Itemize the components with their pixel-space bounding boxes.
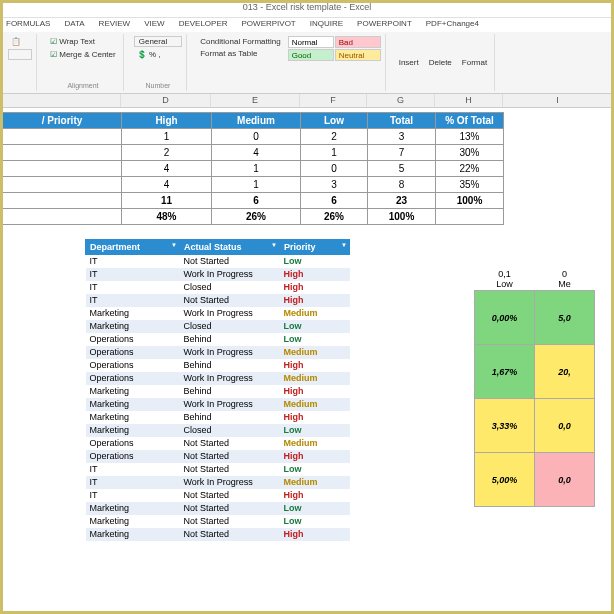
cell-status[interactable]: Not Started [180,255,280,268]
table-row[interactable]: ITWork In ProgressMedium [86,476,350,489]
tab-powerpivot[interactable]: POWERPIVOT [240,18,298,32]
col-header-i[interactable]: I [503,94,613,107]
table-row[interactable]: MarketingWork In ProgressMedium [86,398,350,411]
table-row[interactable]: OperationsWork In ProgressMedium [86,346,350,359]
cell-priority[interactable]: High [280,385,350,398]
col-header-d[interactable]: D [121,94,211,107]
table-row[interactable]: OperationsBehindLow [86,333,350,346]
delete-button[interactable]: Delete [426,36,455,89]
cell-priority[interactable]: Medium [280,476,350,489]
font-box[interactable] [8,49,32,60]
heatmap-col-0[interactable]: 0,1Low [475,268,535,291]
conditional-formatting-button[interactable]: Conditional Formatting [197,36,283,47]
cell-department[interactable]: IT [86,255,180,268]
cell-status[interactable]: Behind [180,411,280,424]
heatmap-cell[interactable]: 0,0 [535,453,595,507]
table-row[interactable]: 241730% [3,145,504,161]
summary-header-total[interactable]: Total [368,113,436,129]
style-good[interactable]: Good [288,49,334,61]
heatmap-cell[interactable]: 1,67% [475,345,535,399]
detail-header-priority[interactable]: Priority [280,240,350,255]
cell-styles-gallery[interactable]: Normal Bad Good Neutral [288,36,381,89]
table-row[interactable]: MarketingNot StartedLow [86,515,350,528]
cell-department[interactable]: Marketing [86,385,180,398]
tab-inquire[interactable]: INQUIRE [308,18,345,32]
cell-status[interactable]: Not Started [180,502,280,515]
cell-status[interactable]: Closed [180,424,280,437]
table-row[interactable]: 102313% [3,129,504,145]
col-header-h[interactable]: H [435,94,503,107]
merge-center-button[interactable]: Merge & Center [47,49,118,60]
cell-priority[interactable]: Medium [280,346,350,359]
cell-department[interactable]: Operations [86,437,180,450]
cell-status[interactable]: Work In Progress [180,476,280,489]
cell-priority[interactable]: Low [280,255,350,268]
cell-priority[interactable]: High [280,294,350,307]
cell-priority[interactable]: Low [280,424,350,437]
number-format-dropdown[interactable]: General [134,36,182,47]
cell-priority[interactable]: Low [280,320,350,333]
cell-department[interactable]: Marketing [86,515,180,528]
format-as-table-button[interactable]: Format as Table [197,48,283,59]
paste-icon[interactable]: 📋 [8,36,32,47]
table-row[interactable]: MarketingWork In ProgressMedium [86,307,350,320]
summary-header-priority[interactable]: / Priority [3,113,122,129]
cell-priority[interactable]: Low [280,502,350,515]
table-row[interactable]: OperationsBehindHigh [86,359,350,372]
table-row[interactable]: 410522% [3,161,504,177]
cell-status[interactable]: Not Started [180,489,280,502]
worksheet-area[interactable]: / Priority High Medium Low Total % Of To… [0,108,614,614]
cell-status[interactable]: Work In Progress [180,372,280,385]
cell-status[interactable]: Not Started [180,463,280,476]
heatmap-cell[interactable]: 0,0 [535,399,595,453]
wrap-text-button[interactable]: Wrap Text [47,36,118,47]
cell-priority[interactable]: Low [280,515,350,528]
summary-header-medium[interactable]: Medium [212,113,301,129]
table-row-percent[interactable]: 48%26%26%100% [3,209,504,225]
cell-status[interactable]: Behind [180,385,280,398]
table-row[interactable]: OperationsNot StartedMedium [86,437,350,450]
cell-status[interactable]: Work In Progress [180,307,280,320]
cell-status[interactable]: Not Started [180,450,280,463]
cell-department[interactable]: IT [86,489,180,502]
cell-department[interactable]: Marketing [86,424,180,437]
heatmap-cell[interactable]: 5,00% [475,453,535,507]
cell-department[interactable]: IT [86,281,180,294]
tab-view[interactable]: VIEW [142,18,166,32]
table-row[interactable]: MarketingClosedLow [86,424,350,437]
heatmap-cell[interactable]: 0,00% [475,291,535,345]
cell-status[interactable]: Not Started [180,515,280,528]
cell-status[interactable]: Work In Progress [180,398,280,411]
heatmap-cell[interactable]: 5,0 [535,291,595,345]
insert-button[interactable]: Insert [396,36,422,89]
heatmap-cell[interactable]: 3,33% [475,399,535,453]
tab-formulas[interactable]: FORMULAS [4,18,52,32]
cell-department[interactable]: Marketing [86,528,180,541]
cell-department[interactable]: Operations [86,333,180,346]
cell-priority[interactable]: High [280,268,350,281]
cell-department[interactable]: IT [86,463,180,476]
cell-priority[interactable]: High [280,281,350,294]
cell-status[interactable]: Work In Progress [180,268,280,281]
table-row[interactable]: OperationsNot StartedHigh [86,450,350,463]
cell-department[interactable]: IT [86,268,180,281]
cell-department[interactable]: Marketing [86,411,180,424]
tab-developer[interactable]: DEVELOPER [177,18,230,32]
detail-header-status[interactable]: Actual Status [180,240,280,255]
table-row-total[interactable]: 116623100% [3,193,504,209]
table-row[interactable]: ITNot StartedLow [86,463,350,476]
col-header-g[interactable]: G [367,94,435,107]
style-normal[interactable]: Normal [288,36,334,48]
cell-priority[interactable]: High [280,450,350,463]
table-row[interactable]: MarketingNot StartedHigh [86,528,350,541]
heatmap-cell[interactable]: 20, [535,345,595,399]
tab-review[interactable]: REVIEW [97,18,133,32]
cell-priority[interactable]: Medium [280,437,350,450]
col-header-e[interactable]: E [211,94,300,107]
heatmap-col-1[interactable]: 0Me [535,268,595,291]
cell-status[interactable]: Not Started [180,294,280,307]
summary-header-high[interactable]: High [122,113,212,129]
cell-department[interactable]: Marketing [86,320,180,333]
cell-department[interactable]: Marketing [86,307,180,320]
tab-powerpoint[interactable]: POWERPOINT [355,18,414,32]
